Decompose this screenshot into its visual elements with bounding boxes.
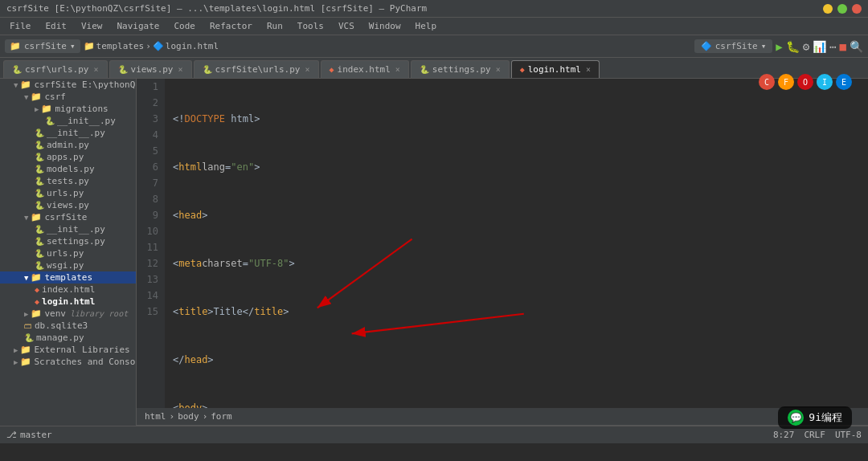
run-button[interactable]: ▶ xyxy=(776,40,782,53)
menu-view[interactable]: View xyxy=(75,19,109,33)
tree-item-ext-libs[interactable]: ▶ 📁 External Libraries xyxy=(0,344,136,356)
py-file-icon: 🐍 xyxy=(35,249,44,258)
expand-icon: ▼ xyxy=(24,93,28,101)
wechat-icon: 💬 xyxy=(788,410,804,426)
folder-icon: 📁 xyxy=(20,80,31,90)
menu-window[interactable]: Window xyxy=(362,19,407,33)
editor-area: C F O I E 1 2 3 4 5 6 7 8 9 10 11 12 13 … xyxy=(137,79,868,426)
tab-close[interactable]: × xyxy=(93,65,98,74)
py-file-icon: 🐍 xyxy=(35,261,44,270)
tree-label: login.html xyxy=(42,296,95,307)
tree-item-apps[interactable]: 🐍 apps.py xyxy=(0,151,136,163)
tree-label: views.py xyxy=(47,200,89,210)
tab-views[interactable]: 🐍 views.py × xyxy=(109,60,192,78)
code-line-2: <html lang="en"> xyxy=(173,159,868,175)
tree-item-admin[interactable]: 🐍 admin.py xyxy=(0,139,136,151)
tab-csrfsite-urls[interactable]: 🐍 csrfSite\urls.py × xyxy=(194,60,319,78)
close-button[interactable] xyxy=(852,4,862,14)
tree-item-tests[interactable]: 🐍 tests.py xyxy=(0,175,136,187)
tree-item-urls-csrf[interactable]: 🐍 urls.py xyxy=(0,187,136,199)
menu-help[interactable]: Help xyxy=(409,19,444,33)
html-file-icon: ◆ xyxy=(35,285,39,294)
menu-navigate[interactable]: Navigate xyxy=(111,19,166,33)
tree-item-views[interactable]: 🐍 views.py xyxy=(0,199,136,211)
stop-button[interactable]: ■ xyxy=(840,40,846,53)
py-file-icon: 🐍 xyxy=(35,237,44,246)
debug-button[interactable]: 🐛 xyxy=(786,40,800,53)
main-area: ▼ 📁 csrfSite E:\pythonQZ\csrfSi... ▼ 📁 c… xyxy=(0,79,868,426)
project-selector[interactable]: 📁 csrfSite ▾ xyxy=(5,39,80,53)
tree-item-db-sqlite[interactable]: 🗃 db.sqlite3 xyxy=(0,320,136,332)
tab-index-html[interactable]: ◆ index.html × xyxy=(321,60,409,78)
menu-code[interactable]: Code xyxy=(167,19,202,33)
run-configuration[interactable]: 🔷 csrfSite ▾ xyxy=(694,39,773,53)
project-label: csrfSite xyxy=(24,41,67,51)
tree-item-login-html[interactable]: ◆ login.html xyxy=(0,296,136,308)
tree-label: csrf xyxy=(44,92,66,102)
tab-label: settings.py xyxy=(432,64,491,75)
tab-close[interactable]: × xyxy=(178,65,183,74)
tree-item-csrf[interactable]: ▼ 📁 csrf xyxy=(0,91,136,103)
watermark-text: 9i编程 xyxy=(809,410,842,425)
more-button[interactable]: ⋯ xyxy=(829,40,836,53)
tab-close[interactable]: × xyxy=(496,65,501,74)
py-file-icon: 🐍 xyxy=(24,333,34,342)
window-title: csrfSite [E:\pythonQZ\csrfSite] – ...\te… xyxy=(6,3,427,14)
line-numbers: 1 2 3 4 5 6 7 8 9 10 11 12 13 14 15 xyxy=(137,79,165,408)
tree-item-templates[interactable]: ▼ 📁 templates xyxy=(0,271,136,284)
tree-item-init2[interactable]: 🐍 __init__.py xyxy=(0,127,136,139)
tab-label: csrfSite\urls.py xyxy=(215,64,301,75)
tab-label: index.html xyxy=(338,64,391,75)
tree-label: tests.py xyxy=(47,176,89,186)
menu-refactor[interactable]: Refactor xyxy=(203,19,259,33)
breadcrumb-templates: templates xyxy=(96,41,145,51)
py-icon: 🐍 xyxy=(118,65,128,74)
tree-label: manage.py xyxy=(36,332,84,343)
git-icon: ⎇ xyxy=(6,430,17,440)
status-left: ⎇ master xyxy=(6,430,52,440)
tree-item-init3[interactable]: 🐍 __init__.py xyxy=(0,223,136,235)
menu-run[interactable]: Run xyxy=(260,19,289,33)
tree-item-models[interactable]: 🐍 models.py xyxy=(0,163,136,175)
menu-tools[interactable]: Tools xyxy=(291,19,330,33)
folder-icon: 📁 xyxy=(41,104,52,114)
run-config-icon: 🔷 xyxy=(701,41,712,51)
dropdown-icon: ▾ xyxy=(70,41,76,51)
tree-label: migrations xyxy=(55,104,108,114)
tree-label: settings.py xyxy=(47,236,105,247)
tab-close[interactable]: × xyxy=(586,65,591,74)
tree-item-migrations[interactable]: ▶ 📁 migrations xyxy=(0,103,136,115)
code-line-6: </head> xyxy=(173,352,868,368)
tab-settings[interactable]: 🐍 settings.py × xyxy=(411,60,510,78)
tab-close[interactable]: × xyxy=(305,65,310,74)
menu-edit[interactable]: Edit xyxy=(39,19,74,33)
search-everywhere-button[interactable]: 🔍 xyxy=(850,40,863,53)
menu-file[interactable]: File xyxy=(3,19,38,33)
tree-item-settings[interactable]: 🐍 settings.py xyxy=(0,235,136,247)
tree-item-init1[interactable]: 🐍 __init__.py xyxy=(0,115,136,127)
tree-item-urls-csrfsite[interactable]: 🐍 urls.py xyxy=(0,247,136,259)
tree-item-csrfsite[interactable]: ▼ 📁 csrfSite xyxy=(0,211,136,223)
maximize-button[interactable] xyxy=(837,4,847,14)
tab-login-html[interactable]: ◆ login.html × xyxy=(511,60,600,78)
html-file-icon: ◆ xyxy=(35,297,39,306)
tab-csrf-urls[interactable]: 🐍 csrf\urls.py × xyxy=(3,60,108,78)
tree-item-index-html[interactable]: ◆ index.html xyxy=(0,284,136,296)
cursor-position: 8:27 xyxy=(773,430,795,440)
profile-button[interactable]: 📊 xyxy=(813,40,826,53)
minimize-button[interactable] xyxy=(823,4,833,14)
tree-item-scratches[interactable]: ▶ 📁 Scratches and Consoles xyxy=(0,356,136,368)
tree-item-wsgi[interactable]: 🐍 wsgi.py xyxy=(0,259,136,271)
tab-label: csrf\urls.py xyxy=(25,64,88,75)
tree-label: urls.py xyxy=(47,188,84,198)
tree-item-venv[interactable]: ▶ 📁 venv library root xyxy=(0,308,136,320)
expand-icon: ▼ xyxy=(24,214,28,222)
tree-item-project[interactable]: ▼ 📁 csrfSite E:\pythonQZ\csrfSi... xyxy=(0,79,136,91)
tree-item-manage[interactable]: 🐍 manage.py xyxy=(0,332,136,344)
folder-icon: 📁 xyxy=(31,212,42,222)
code-editor[interactable]: <!DOCTYPE html> <html lang="en"> <head> … xyxy=(165,79,868,408)
py-file-icon: 🐍 xyxy=(35,141,44,149)
menu-vcs[interactable]: VCS xyxy=(332,19,361,33)
tab-close[interactable]: × xyxy=(395,65,400,74)
coverage-button[interactable]: ⚙ xyxy=(803,40,809,53)
